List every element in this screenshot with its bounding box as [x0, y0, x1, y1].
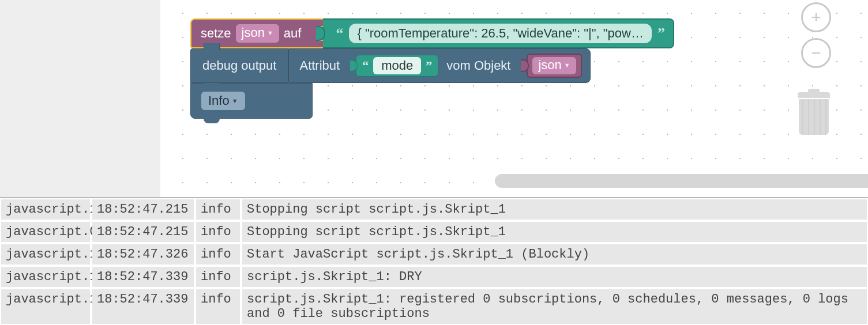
quote-close-icon: ” — [657, 25, 665, 42]
log-source: javascript.1 — [1, 289, 90, 324]
string-value-input[interactable]: { "roomTemperature": 26.5, "wideVane": "… — [349, 24, 652, 43]
quote-open-icon: “ — [362, 58, 369, 73]
variable-dropdown[interactable]: json ▼ — [236, 24, 279, 43]
chevron-down-icon: ▼ — [564, 62, 570, 69]
string-literal-block[interactable]: “ { "roomTemperature": 26.5, "wideVane":… — [323, 18, 674, 48]
log-timestamp: 18:52:47.326 — [92, 244, 194, 264]
log-source: javascript.1 — [1, 244, 90, 264]
set-label-pre: setze — [201, 26, 231, 41]
log-level-dropdown[interactable]: Info ▼ — [201, 92, 245, 110]
log-timestamp: 18:52:47.339 — [92, 289, 194, 324]
log-row: javascript.1 18:52:47.215 info Stopping … — [0, 198, 868, 221]
attribute-name-block[interactable]: “ mode ” — [356, 55, 438, 77]
chevron-down-icon: ▼ — [232, 97, 238, 104]
quote-close-icon: ” — [426, 58, 432, 73]
debug-output-block[interactable]: debug output Attribut “ mode ” vom Objek… — [190, 48, 674, 83]
attribute-block[interactable]: Attribut “ mode ” vom Objekt json ▼ — [288, 48, 590, 83]
log-source: javascript.1 — [1, 199, 90, 220]
log-message: script.js.Skript_1: registered 0 subscri… — [242, 289, 867, 324]
log-message: Stopping script script.js.Skript_1 — [242, 222, 867, 242]
chevron-down-icon: ▼ — [267, 29, 273, 36]
quote-open-icon: “ — [336, 25, 343, 42]
log-timestamp: 18:52:47.215 — [92, 199, 194, 220]
log-row: javascript.1 18:52:47.339 info script.js… — [0, 266, 868, 288]
attribute-name-input[interactable]: mode — [373, 57, 421, 74]
log-message: Stopping script script.js.Skript_1 — [242, 199, 867, 220]
toolbox-sidebar[interactable] — [0, 0, 160, 197]
trash-icon — [799, 99, 829, 135]
block-stack: setze json ▼ auf “ { "roomTemperature": … — [190, 18, 674, 119]
set-label-post: auf — [284, 26, 302, 41]
trash-button[interactable] — [796, 92, 831, 136]
variable-name: json — [242, 25, 265, 40]
horizontal-scrollbar[interactable] — [495, 174, 868, 188]
plus-icon: + — [811, 7, 821, 27]
log-row: javascript.0 18:52:47.215 info Stopping … — [0, 221, 868, 243]
zoom-out-button[interactable]: − — [801, 38, 831, 68]
debug-label: debug output — [202, 58, 276, 73]
log-level: info — [196, 244, 240, 264]
log-level: info — [196, 222, 240, 242]
log-source: javascript.0 — [1, 222, 90, 242]
log-timestamp: 18:52:47.339 — [92, 267, 194, 287]
log-row: javascript.1 18:52:47.326 info Start Jav… — [0, 243, 868, 266]
variable-ref-block[interactable]: json ▼ — [527, 54, 581, 78]
from-object-label: vom Objekt — [446, 58, 510, 73]
log-level: info — [196, 289, 240, 324]
blockly-workspace[interactable]: setze json ▼ auf “ { "roomTemperature": … — [160, 0, 868, 197]
editor-area: setze json ▼ auf “ { "roomTemperature": … — [0, 0, 868, 197]
log-source: javascript.1 — [1, 267, 90, 287]
variable-name: json — [538, 58, 561, 73]
log-panel: javascript.1 18:52:47.215 info Stopping … — [0, 197, 868, 325]
log-timestamp: 18:52:47.215 — [92, 222, 194, 242]
trash-icon — [798, 92, 830, 98]
minus-icon: − — [811, 43, 821, 63]
log-level: info — [196, 267, 240, 287]
log-level: info — [196, 199, 240, 220]
debug-level-block[interactable]: Info ▼ — [190, 83, 313, 119]
log-level-value: Info — [208, 93, 230, 108]
log-message: script.js.Skript_1: DRY — [242, 267, 867, 287]
log-row: javascript.1 18:52:47.339 info script.js… — [0, 288, 868, 325]
zoom-in-button[interactable]: + — [801, 2, 831, 32]
attribute-label: Attribut — [299, 58, 340, 73]
set-variable-block[interactable]: setze json ▼ auf “ { "roomTemperature": … — [190, 18, 674, 48]
log-message: Start JavaScript script.js.Skript_1 (Blo… — [242, 244, 867, 264]
